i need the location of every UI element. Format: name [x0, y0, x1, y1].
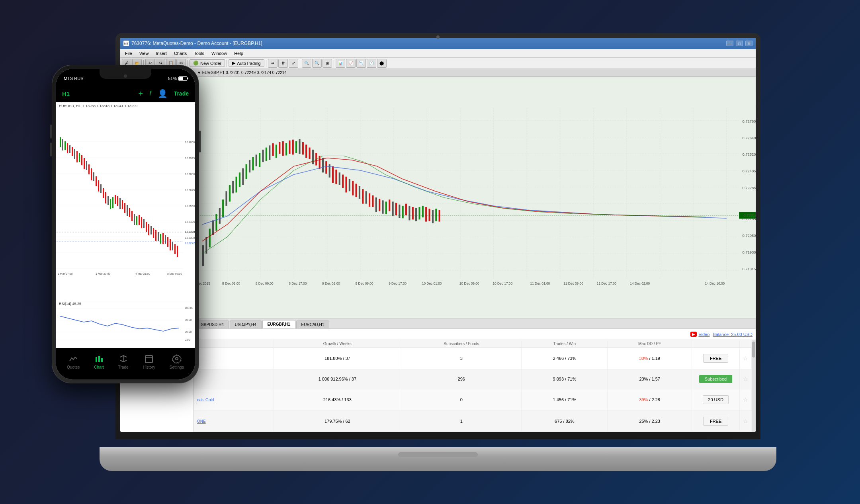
svg-rect-71: [349, 179, 350, 191]
tool-8[interactable]: 📊: [336, 59, 345, 68]
subscribe-free-button-1[interactable]: FREE: [703, 354, 728, 363]
svg-rect-97: [435, 209, 437, 221]
close-button[interactable]: ✕: [745, 41, 752, 46]
scene: MT 7630776: MetaQuotes-Demo - Demo Accou…: [52, 33, 808, 471]
nav-quotes[interactable]: Quotes: [67, 354, 80, 369]
phone-vol-down-button[interactable]: [50, 143, 52, 156]
phone-chart-area[interactable]: EURUSD, H1, 1.13288 1.13318 1.13241 1.13…: [56, 102, 195, 300]
svg-text:30.00: 30.00: [185, 330, 192, 333]
svg-text:70.00: 70.00: [185, 318, 192, 321]
subscribe-price-button-3[interactable]: 20 USD: [703, 395, 729, 404]
signal-growth-3: 216.43% / 133: [274, 389, 401, 410]
settings-icon: [172, 354, 182, 363]
svg-rect-150: [93, 172, 94, 181]
tab-usdjpy-h4[interactable]: USDJPY,H4: [230, 320, 262, 328]
signal-action-4: FREE: [692, 410, 740, 432]
nav-history[interactable]: History: [143, 354, 155, 369]
svg-rect-45: [262, 150, 264, 162]
tool-11[interactable]: 🕐: [367, 59, 376, 68]
signal-trades-2: 9 093 / 71%: [522, 369, 608, 389]
svg-text:11 Dec 17:00: 11 Dec 17:00: [597, 281, 617, 285]
autotrading-button[interactable]: ▶ AutoTrading: [229, 59, 264, 67]
star-icon-2[interactable]: ☆: [743, 376, 748, 382]
subscribed-button[interactable]: Subscribed: [699, 375, 732, 383]
nav-chart[interactable]: Chart: [94, 354, 104, 369]
chart-nav-icon: [94, 354, 104, 363]
svg-rect-182: [170, 239, 171, 250]
phone-vol-up-button[interactable]: [50, 125, 52, 139]
svg-rect-185: [177, 246, 178, 257]
signal-fav-4: ☆: [740, 410, 752, 432]
tab-eurgbp-h1[interactable]: EURGBP,H1: [262, 320, 295, 328]
menu-view[interactable]: View: [136, 50, 152, 57]
mt4-titlebar-controls: — □ ✕: [726, 41, 752, 46]
tool-zoom-out[interactable]: 🔍: [312, 59, 322, 68]
tool-9[interactable]: 📈: [346, 59, 356, 68]
history-icon: [144, 354, 154, 363]
signal-link-3[interactable]: eals Gold: [197, 398, 214, 402]
youtube-badge: ▶ Video: [690, 332, 710, 337]
signal-table-header: Growth / Weeks Subscribers / Funds Trade…: [194, 340, 752, 348]
svg-rect-37: [236, 177, 237, 193]
svg-rect-86: [399, 205, 400, 218]
tool-6[interactable]: ⇈: [278, 59, 288, 68]
signal-dd-4: 25% / 2.23: [608, 410, 692, 432]
menu-insert[interactable]: Insert: [152, 50, 170, 57]
svg-text:10 Dec 01:00: 10 Dec 01:00: [422, 281, 442, 285]
phone: MTS RUS 51% H1 + f 👤: [52, 65, 199, 383]
tab-gbpusd-h4[interactable]: GBPUSD,H4: [195, 320, 229, 328]
signal-link-4[interactable]: ONE: [197, 419, 206, 424]
carrier-text: MTS RUS: [64, 76, 84, 81]
function-button[interactable]: f: [149, 90, 151, 97]
tool-5[interactable]: ⇔: [268, 59, 278, 68]
svg-point-218: [176, 357, 178, 360]
nav-settings[interactable]: Settings: [170, 354, 184, 369]
maximize-button[interactable]: □: [736, 41, 743, 46]
signal-scrollbar[interactable]: [752, 340, 756, 432]
trade-button[interactable]: Trade: [174, 90, 189, 97]
svg-rect-136: [60, 137, 61, 147]
menu-file[interactable]: File: [122, 50, 135, 57]
svg-rect-98: [439, 210, 440, 221]
objects-button[interactable]: 👤: [158, 89, 168, 98]
tool-12[interactable]: ⬤: [377, 59, 387, 68]
subscribe-free-button-4[interactable]: FREE: [703, 417, 728, 426]
svg-rect-145: [81, 155, 82, 165]
phone-rsi-area: RSI(14) 45.25 100.00 70.00 30.00 0.00: [56, 300, 195, 348]
tool-grid[interactable]: ⊞: [322, 59, 332, 68]
signal-row-1: J 181.80% / 37 3 2 466 / 73% 30%: [194, 348, 752, 369]
svg-rect-151: [96, 176, 97, 186]
phone-power-button[interactable]: [199, 131, 201, 152]
tool-zoom-in[interactable]: 🔍: [302, 59, 311, 68]
svg-text:9 Dec 01:00: 9 Dec 01:00: [322, 281, 340, 285]
svg-rect-63: [322, 158, 324, 173]
tab-eurcad-h1[interactable]: EURCAD,H1: [296, 320, 330, 328]
menu-window[interactable]: Window: [208, 50, 230, 57]
signal-panel-header: ▶ Video Balance: 25.00 USD: [194, 329, 756, 340]
mt4-main-area: ▼ EURGBP,H1 0.72201 0.72249 0.72174 0.72…: [194, 69, 756, 432]
svg-rect-175: [153, 228, 154, 238]
svg-text:8 Dec 01:00: 8 Dec 01:00: [222, 281, 240, 285]
timeframe-label: H1: [62, 90, 70, 97]
nav-trade[interactable]: Trade: [118, 354, 129, 369]
star-icon-3[interactable]: ☆: [743, 397, 748, 403]
tool-7[interactable]: ⤢: [289, 59, 298, 68]
signal-trades-3: 1 456 / 71%: [522, 389, 608, 410]
video-label[interactable]: Video: [698, 332, 710, 337]
svg-text:0.72520: 0.72520: [743, 152, 756, 156]
menu-tools[interactable]: Tools: [191, 50, 207, 57]
minimize-button[interactable]: —: [726, 41, 733, 46]
chart-container[interactable]: 0.72214 0.72760 0.72640 0.72520 0.72405 …: [194, 77, 756, 318]
menu-help[interactable]: Help: [231, 50, 246, 57]
menu-charts[interactable]: Charts: [171, 50, 190, 57]
svg-rect-87: [402, 206, 404, 218]
star-icon-1[interactable]: ☆: [743, 355, 748, 361]
svg-rect-58: [305, 145, 307, 158]
svg-rect-171: [143, 219, 145, 228]
add-indicator-button[interactable]: +: [139, 89, 143, 98]
svg-rect-212: [101, 358, 103, 362]
star-icon-4[interactable]: ☆: [743, 418, 748, 424]
autotrading-label: AutoTrading: [237, 61, 261, 66]
tool-10[interactable]: 📉: [356, 59, 366, 68]
svg-rect-90: [412, 207, 414, 219]
